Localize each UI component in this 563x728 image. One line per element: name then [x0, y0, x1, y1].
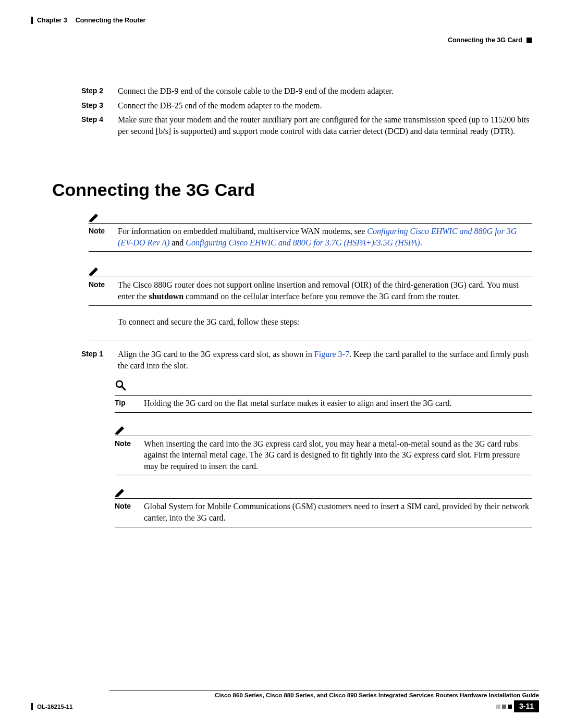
page: Chapter 3 Connecting the Router Connecti… — [0, 0, 563, 728]
footer-decor-boxes — [496, 705, 512, 709]
note-text: Global System for Mobile Communications … — [144, 501, 532, 523]
steps-top: Step 2 Connect the DB-9 end of the conso… — [81, 85, 532, 137]
note-icon — [89, 265, 101, 276]
step-row: Step 2 Connect the DB-9 end of the conso… — [81, 85, 532, 97]
figure-ref-link[interactable]: Figure 3-7 — [314, 350, 349, 359]
section-title-right: Connecting the 3G Card — [448, 36, 522, 44]
chapter-title: Connecting the Router — [76, 17, 146, 24]
doc-id: OL-16215-11 — [37, 704, 72, 710]
page-subheader: Connecting the 3G Card — [31, 25, 532, 44]
note-block: Note When inserting the card into the 3G… — [115, 424, 532, 476]
note-text: For information on embedded multiband, m… — [118, 226, 532, 248]
page-footer: Cisco 860 Series, Cisco 880 Series, and … — [31, 690, 539, 712]
note-label: Note — [89, 226, 118, 248]
note-label: Note — [89, 280, 118, 302]
page-header: Chapter 3 Connecting the Router — [31, 17, 532, 24]
note-block: Note For information on embedded multiba… — [89, 212, 532, 252]
footer-guide-title: Cisco 860 Series, Cisco 880 Series, and … — [109, 690, 539, 698]
header-right: Connecting the 3G Card — [448, 36, 532, 44]
tip-icon — [115, 379, 126, 391]
section-heading: Connecting the 3G Card — [52, 178, 532, 202]
header-left: Chapter 3 Connecting the Router — [31, 17, 145, 24]
step-text: Align the 3G card to the 3G express card… — [118, 349, 532, 371]
note-icon — [89, 212, 101, 222]
step-row: Step 3 Connect the DB-25 end of the mode… — [81, 100, 532, 112]
header-decor-bar — [31, 17, 33, 24]
page-number: 3-11 — [514, 700, 539, 712]
tip-block: Tip Holding the 3G card on the flat meta… — [115, 379, 532, 412]
note-label: Note — [115, 439, 144, 472]
step-label: Step 4 — [81, 115, 118, 137]
step-text: Make sure that your modem and the router… — [118, 114, 532, 137]
step-label: Step 1 — [81, 349, 118, 371]
content: Step 2 Connect the DB-9 end of the conso… — [31, 85, 532, 527]
note-block: Note The Cisco 880G router does not supp… — [89, 265, 532, 305]
step-text: Connect the DB-9 end of the console cabl… — [118, 85, 532, 97]
step-text: Connect the DB-25 end of the modem adapt… — [118, 100, 532, 112]
step-label: Step 2 — [81, 86, 118, 97]
doc-link[interactable]: Configuring Cisco EHWIC and 880G for 3.7… — [186, 238, 420, 247]
note-icon — [115, 424, 127, 435]
footer-left: OL-16215-11 — [31, 703, 72, 710]
divider — [89, 340, 532, 340]
step-label: Step 3 — [81, 101, 118, 112]
footer-decor-bar — [31, 703, 33, 710]
svg-line-1 — [121, 386, 125, 390]
step-row: Step 4 Make sure that your modem and the… — [81, 114, 532, 137]
note-block: Note Global System for Mobile Communicat… — [115, 487, 532, 527]
note-text: The Cisco 880G router does not support o… — [118, 279, 532, 302]
tip-text: Holding the 3G card on the flat metal su… — [144, 398, 532, 409]
tip-label: Tip — [115, 398, 144, 409]
intro-paragraph: To connect and secure the 3G card, follo… — [118, 316, 532, 328]
note-icon — [115, 487, 127, 497]
command-name: shutdown — [149, 292, 184, 301]
step-row: Step 1 Align the 3G card to the 3G expre… — [81, 349, 532, 371]
chapter-label: Chapter 3 — [37, 17, 67, 24]
header-decor-box — [527, 38, 532, 43]
note-text: When inserting the card into the 3G expr… — [144, 438, 532, 472]
note-label: Note — [115, 501, 144, 523]
